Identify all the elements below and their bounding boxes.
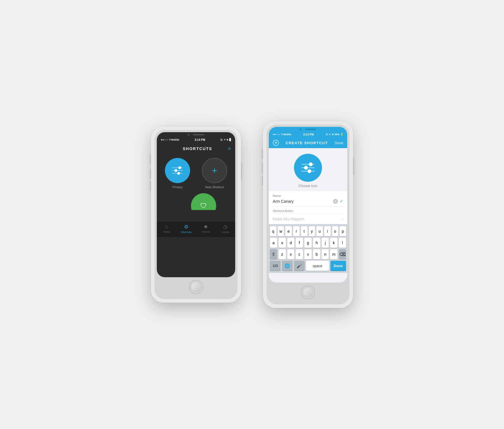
done-nav-button[interactable]: Done	[335, 141, 343, 145]
key-t[interactable]: t	[301, 226, 307, 236]
shortcut-sliders-icon	[300, 162, 316, 174]
name-input-row: ✕ ✓	[273, 199, 343, 206]
shortcuts-header: SHORTCUTS ≡	[157, 143, 235, 153]
new-shortcut-circle: +	[202, 158, 227, 183]
form-section: Name ✕ ✓ Shortcut Action Make this Happe…	[269, 191, 347, 224]
key-p[interactable]: p	[340, 226, 346, 236]
hamburger-icon[interactable]: ≡	[228, 146, 231, 151]
svg-point-7	[309, 162, 312, 166]
battery-2: ⊡ ↗ ★ 56% 🔋	[326, 133, 343, 136]
shift-key[interactable]: ⇧	[270, 249, 277, 259]
mic-key[interactable]: 🎤	[294, 261, 305, 271]
svg-point-11	[307, 169, 311, 173]
key-d[interactable]: d	[287, 238, 295, 248]
key-a[interactable]: a	[270, 238, 277, 248]
key-m[interactable]: m	[330, 249, 337, 259]
plus-icon: +	[212, 166, 217, 175]
key-i[interactable]: i	[324, 226, 331, 236]
activity-tab-icon: ◷	[223, 224, 228, 230]
tab-shortcuts[interactable]: ⚙ Shortcuts	[176, 224, 196, 234]
key-c[interactable]: c	[296, 249, 303, 259]
key-l[interactable]: l	[339, 238, 346, 248]
home-button-inner-2	[303, 287, 313, 297]
key-v[interactable]: v	[304, 249, 312, 259]
time-2: 3:14 PM	[303, 133, 314, 136]
close-button[interactable]: ✕	[273, 140, 279, 146]
shortcut-item-privacy[interactable]: Privacy	[161, 158, 194, 189]
tab-bar-1: ⌂ Home ⚙ Shortcuts ☻ Robots ◷ Activity	[157, 221, 235, 237]
key-w[interactable]: w	[278, 226, 284, 236]
arm-partial-circle: 🛡	[191, 193, 216, 210]
tab-robots[interactable]: ☻ Robots	[196, 224, 216, 234]
shortcut-action-row[interactable]: Make this Happen ›	[273, 214, 343, 224]
key-x[interactable]: x	[287, 249, 295, 259]
keyboard-bottom-row: 123 🌐 🎤 space Done	[270, 261, 346, 271]
partial-arm-item[interactable]: 🛡	[191, 193, 216, 210]
create-shortcut-title: CREATE SHORTCUT	[286, 141, 328, 145]
svg-point-3	[174, 169, 177, 172]
keyboard: q w e r t y u i o p a s	[269, 224, 347, 273]
time-1: 3:14 PM	[195, 138, 205, 141]
shortcuts-grid: Privacy + New Shortcut	[157, 153, 235, 193]
choose-icon-label: Choose Icon	[298, 184, 317, 188]
robots-tab-label: Robots	[202, 230, 210, 233]
key-o[interactable]: o	[332, 226, 339, 236]
space-key[interactable]: space	[306, 261, 329, 271]
home-button-2[interactable]	[301, 285, 315, 299]
name-input-field[interactable]	[273, 199, 331, 204]
sliders-icon	[171, 165, 184, 176]
key-k[interactable]: k	[330, 238, 337, 248]
globe-key[interactable]: 🌐	[282, 261, 293, 271]
privacy-icon-circle	[165, 158, 190, 183]
keyboard-done-button[interactable]: Done	[330, 261, 346, 271]
key-r[interactable]: r	[293, 226, 300, 236]
icon-section[interactable]: Choose Icon	[269, 148, 347, 191]
speaker-2	[305, 129, 316, 130]
create-shortcut-navbar: ✕ CREATE SHORTCUT Done	[269, 137, 347, 148]
key-j[interactable]: j	[322, 238, 329, 248]
key-y[interactable]: y	[309, 226, 315, 236]
confirm-input-icon: ✓	[340, 199, 343, 204]
keyboard-row-1: q w e r t y u i o p	[270, 226, 346, 236]
svg-point-1	[178, 166, 181, 169]
tab-activity[interactable]: ◷ Activity	[216, 224, 235, 234]
shortcut-action-label: Shortcut Action	[273, 206, 343, 214]
key-q[interactable]: q	[270, 226, 276, 236]
activity-tab-label: Activity	[221, 231, 230, 234]
home-button-1[interactable]	[189, 280, 203, 294]
key-g[interactable]: g	[304, 238, 312, 248]
privacy-label: Privacy	[172, 185, 183, 189]
key-f[interactable]: f	[296, 238, 303, 248]
numbers-key[interactable]: 123	[270, 261, 281, 271]
home-button-inner-1	[191, 282, 201, 292]
key-n[interactable]: n	[322, 249, 329, 259]
keyboard-row-3: ⇧ z x c v b n m ⌫	[270, 249, 346, 259]
action-chevron-icon: ›	[342, 217, 343, 221]
key-h[interactable]: h	[313, 238, 320, 248]
choose-icon-circle[interactable]	[294, 154, 322, 182]
shortcut-item-new[interactable]: + New Shortcut	[198, 158, 231, 189]
carrier-2: ●●○○○ T-Mobile	[273, 133, 291, 136]
key-e[interactable]: e	[285, 226, 292, 236]
new-shortcut-label: New Shortcut	[205, 185, 224, 189]
delete-key[interactable]: ⌫	[339, 249, 346, 259]
key-u[interactable]: u	[316, 226, 323, 236]
svg-point-9	[304, 166, 308, 169]
action-placeholder-text: Make this Happen	[273, 217, 304, 221]
key-s[interactable]: s	[279, 238, 286, 248]
key-b[interactable]: b	[313, 249, 320, 259]
clear-input-button[interactable]: ✕	[333, 199, 338, 204]
key-z[interactable]: z	[279, 249, 286, 259]
shortcuts-tab-icon: ⚙	[184, 224, 188, 230]
shortcuts-title: SHORTCUTS	[167, 146, 228, 151]
phone-2: ●●○○○ T-Mobile 3:14 PM ⊡ ↗ ★ 56% 🔋 ✕ CRE…	[263, 121, 353, 308]
svg-point-5	[177, 172, 180, 175]
home-tab-label: Home	[163, 230, 170, 233]
camera	[188, 134, 190, 136]
camera-2	[300, 129, 302, 130]
speaker	[193, 134, 204, 135]
robots-tab-icon: ☻	[203, 224, 209, 230]
partial-shortcuts-row: 🛡	[157, 193, 235, 210]
tab-home[interactable]: ⌂ Home	[157, 224, 176, 234]
home-tab-icon: ⌂	[165, 224, 168, 230]
